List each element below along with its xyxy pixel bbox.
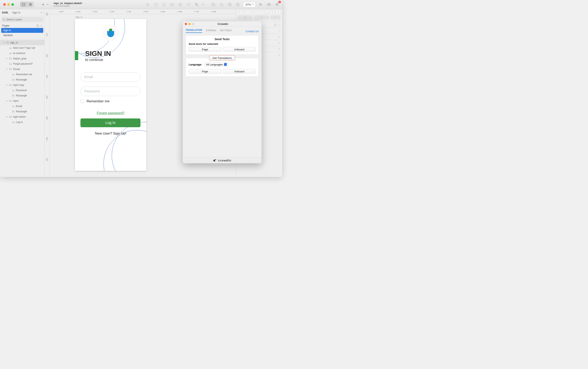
layer-row[interactable]: Rectangle xyxy=(0,93,44,98)
y-input[interactable]: Y xyxy=(254,15,269,20)
align-bottom-icon[interactable] xyxy=(265,10,270,14)
zoom-dropdown[interactable]: 87% xyxy=(243,2,256,7)
rotation-input[interactable]: ° xyxy=(270,15,281,20)
checkbox-icon[interactable] xyxy=(80,100,84,103)
more-icon[interactable] xyxy=(278,23,280,26)
ungroup-tool-icon[interactable] xyxy=(177,2,183,7)
layer-row[interactable]: ▾sign_in xyxy=(0,40,44,45)
layer-row[interactable]: AaRemember me xyxy=(0,72,44,77)
layer-search-input[interactable] xyxy=(6,18,42,21)
minimize-window-icon[interactable] xyxy=(7,3,10,6)
email-field[interactable]: Email xyxy=(80,72,140,82)
plus-icon[interactable] xyxy=(278,54,280,56)
layer-row[interactable]: ▾input copy xyxy=(0,82,44,88)
forward-tool-icon[interactable] xyxy=(153,2,159,7)
layer-row[interactable]: ▾login button xyxy=(0,114,44,120)
dsm-bar: DSM. Sign In ↗ xyxy=(0,9,44,16)
distribute-v-icon[interactable] xyxy=(276,10,281,14)
plus-icon[interactable] xyxy=(278,42,280,44)
align-center-v-icon[interactable] xyxy=(260,10,264,14)
password-field[interactable]: Password xyxy=(80,87,140,96)
mask-tool-icon[interactable] xyxy=(185,2,191,7)
intersect-tool-icon[interactable] xyxy=(227,2,233,7)
backward-tool-icon[interactable] xyxy=(161,2,167,7)
layer-row[interactable]: AaLog In xyxy=(0,120,44,125)
align-right-icon[interactable] xyxy=(249,10,253,14)
get-page-button[interactable]: Page xyxy=(189,69,221,74)
svg-rect-2 xyxy=(31,3,32,4)
svg-rect-4 xyxy=(31,5,32,6)
document-subtitle: Local Document xyxy=(53,5,82,7)
chevron-down-icon[interactable] xyxy=(278,30,280,32)
tab-settings[interactable]: SETTINGS xyxy=(220,29,231,33)
send-page-button[interactable]: Page xyxy=(189,47,221,51)
notifications-icon[interactable]: 2 xyxy=(274,2,280,7)
select-chevron-icon: ⌃⌄ xyxy=(224,63,227,66)
layer-row[interactable]: ▾Group xyxy=(0,67,44,72)
maximize-window-icon[interactable] xyxy=(192,23,194,25)
union-tool-icon[interactable] xyxy=(210,2,216,7)
layer-row[interactable]: AaNew User? Sign Up! xyxy=(0,45,44,50)
subtract-tool-icon[interactable] xyxy=(219,2,225,7)
layer-row[interactable]: Aato-continue xyxy=(0,50,44,56)
plus-icon[interactable] xyxy=(278,36,280,38)
remember-me-checkbox[interactable]: Remember me xyxy=(80,99,109,103)
warning-icon xyxy=(274,23,276,26)
page-item[interactable]: Sign In xyxy=(1,28,43,33)
tab-translation[interactable]: TRANSLATION xyxy=(186,29,202,33)
canvas-view-icon[interactable] xyxy=(20,2,27,7)
contact-link[interactable]: Contact Us xyxy=(246,30,259,33)
layer-row[interactable]: ▸impact_gray xyxy=(0,56,44,61)
close-window-icon[interactable] xyxy=(185,23,187,25)
layer-row[interactable]: AaEmail xyxy=(0,104,44,109)
distribute-h-icon[interactable] xyxy=(270,10,275,14)
layer-row[interactable]: Rectangle xyxy=(0,77,44,82)
get-artboard-button[interactable]: Artboard xyxy=(223,69,256,74)
page-item[interactable]: Symbols xyxy=(1,33,43,38)
preview-icon[interactable] xyxy=(258,2,264,7)
difference-tool-icon[interactable] xyxy=(235,2,241,7)
scale-dropdown-icon[interactable] xyxy=(202,2,204,7)
get-translations-panel: Get Translations Language: All Languages… xyxy=(186,58,259,77)
layer-row[interactable]: Rectangle xyxy=(0,109,44,114)
add-page-icon[interactable] xyxy=(36,24,39,27)
forgot-password-link[interactable]: Forgot password? xyxy=(75,111,146,115)
group-tool-icon[interactable] xyxy=(169,2,175,7)
plus-icon[interactable] xyxy=(278,48,280,50)
align-center-h-icon[interactable] xyxy=(243,10,248,14)
signup-link[interactable]: New User? Sign Up! xyxy=(75,131,146,136)
layer-row[interactable]: AaPassword xyxy=(0,88,44,93)
components-view-icon[interactable] xyxy=(27,2,34,7)
language-select[interactable]: All Languages ⌃⌄ xyxy=(204,62,228,67)
pages-header: Pages xyxy=(0,23,44,28)
collapse-pages-icon[interactable] xyxy=(41,25,42,27)
project-name: Sign In xyxy=(12,11,21,14)
crowdin-panel[interactable]: Crowdin TRANSLATION STRINGS SETTINGS Con… xyxy=(183,21,262,163)
external-link-icon[interactable]: ↗ xyxy=(41,11,42,14)
symbol-tool-icon[interactable] xyxy=(145,2,151,7)
login-button[interactable]: Log In xyxy=(80,119,140,127)
artboard-sign-in[interactable]: SIGN IN to continue Email Password Remem… xyxy=(75,19,146,171)
layer-search[interactable] xyxy=(1,17,43,22)
send-artboard-button[interactable]: Artboard xyxy=(223,47,256,51)
get-translations-button[interactable]: Get Translations xyxy=(209,55,235,60)
tab-strings[interactable]: STRINGS xyxy=(206,29,216,33)
layer-row[interactable]: AaForgot password? xyxy=(0,61,44,67)
svg-rect-0 xyxy=(22,3,25,6)
layers-panel[interactable]: ▾sign_inAaNew User? Sign Up!Aato-continu… xyxy=(0,39,44,177)
artboard-label[interactable]: sign_in xyxy=(75,16,83,18)
insert-dropdown-icon[interactable] xyxy=(46,2,49,7)
insert-button[interactable] xyxy=(40,2,46,7)
view-mode-switch[interactable] xyxy=(20,2,34,7)
minimize-window-icon[interactable] xyxy=(189,23,191,25)
align-left-icon[interactable] xyxy=(237,10,242,14)
cloud-icon[interactable] xyxy=(266,2,272,7)
scale-tool-icon[interactable] xyxy=(194,2,200,7)
x-input[interactable]: X xyxy=(237,15,253,20)
layer-name: login button xyxy=(13,115,26,118)
layer-row[interactable]: ▾input xyxy=(0,98,44,104)
app-toolbar: sign_in_impact.sketch Local Document 87%… xyxy=(0,0,282,9)
maximize-window-icon[interactable] xyxy=(11,3,14,6)
close-window-icon[interactable] xyxy=(3,3,6,6)
align-top-icon[interactable] xyxy=(254,10,259,14)
